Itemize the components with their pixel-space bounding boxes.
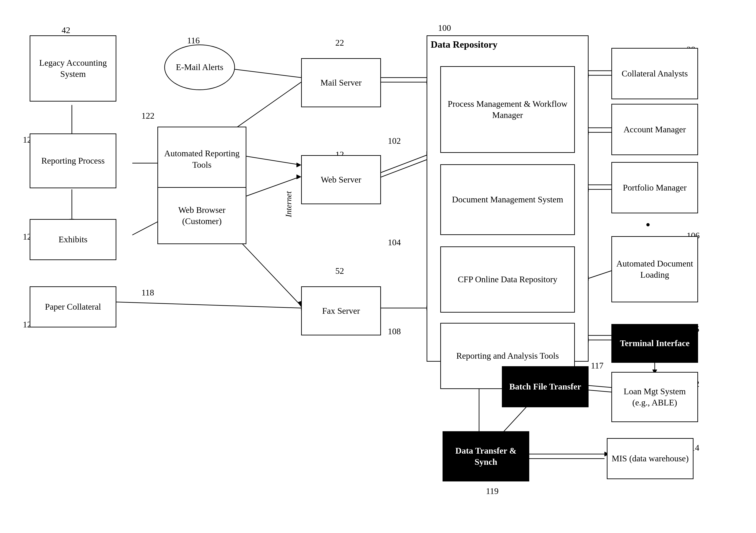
svg-line-8: [91, 301, 301, 308]
mis-box: MIS (data warehouse): [607, 438, 693, 479]
exhibits-box: Exhibits: [30, 219, 116, 260]
collateral-analysts-box: Collateral Analysts: [611, 48, 698, 99]
portfolio-manager-label: Portfolio Manager: [623, 182, 687, 193]
batch-file-transfer-box: Batch File Transfer: [502, 366, 588, 407]
label-42: 42: [62, 25, 70, 35]
cfp-online-label: CFP Online Data Repository: [458, 274, 557, 285]
email-alerts-box: E-Mail Alerts: [164, 44, 235, 90]
svg-line-22: [379, 155, 427, 173]
portfolio-manager-box: Portfolio Manager: [611, 162, 698, 213]
label-102: 102: [388, 136, 401, 146]
cfp-online-box: CFP Online Data Repository: [440, 246, 575, 313]
label-104: 104: [388, 237, 401, 247]
legacy-accounting-box: Legacy Accounting System: [30, 35, 116, 101]
svg-line-68: [502, 404, 529, 434]
email-alerts-label: E-Mail Alerts: [176, 62, 223, 73]
document-mgmt-label: Document Management System: [452, 194, 563, 205]
automated-doc-loading-label: Automated Document Loading: [614, 258, 695, 281]
label-100: 100: [438, 23, 451, 33]
paper-collateral-label: Paper Collateral: [45, 301, 101, 312]
reporting-analysis-label: Reporting and Analysis Tools: [456, 350, 559, 361]
automated-reporting-box: Automated Reporting Tools: [157, 126, 246, 192]
fax-server-box: Fax Server: [301, 286, 381, 335]
label-122: 122: [142, 111, 154, 121]
account-manager-label: Account Manager: [623, 124, 686, 135]
label-22: 22: [335, 38, 344, 48]
loan-mgt-label: Loan Mgt System (e.g., ABLE): [614, 386, 695, 408]
mail-server-label: Mail Server: [320, 77, 362, 88]
diagram: 42 116 22 100 28 26 120 122 102 12 30 12…: [0, 0, 756, 533]
document-mgmt-box: Document Management System: [440, 164, 575, 235]
web-server-box: Web Server: [301, 155, 381, 204]
collateral-analysts-label: Collateral Analysts: [622, 68, 688, 79]
process-mgmt-label: Process Management & Workflow Manager: [443, 98, 572, 121]
svg-marker-11: [297, 163, 301, 167]
automated-reporting-label: Automated Reporting Tools: [160, 148, 243, 170]
mis-label: MIS (data warehouse): [611, 453, 689, 464]
svg-marker-17: [298, 301, 301, 307]
fax-server-label: Fax Server: [322, 305, 360, 317]
account-manager-box: Account Manager: [611, 104, 698, 155]
process-mgmt-box: Process Management & Workflow Manager: [440, 66, 575, 153]
data-transfer-box: Data Transfer & Synch: [443, 431, 529, 481]
label-108: 108: [388, 326, 401, 336]
data-repository-title: Data Repository: [431, 38, 498, 51]
label-117: 117: [591, 360, 604, 371]
label-116: 116: [187, 35, 200, 45]
svg-marker-15: [297, 175, 301, 179]
paper-collateral-box: Paper Collateral: [30, 286, 116, 327]
internet-label: Internet: [284, 191, 293, 217]
data-transfer-label: Data Transfer & Synch: [446, 445, 526, 468]
reporting-process-label: Reporting Process: [41, 155, 105, 166]
internet-label-container: Internet: [282, 130, 295, 278]
loan-mgt-box: Loan Mgt System (e.g., ABLE): [611, 372, 698, 422]
exhibits-label: Exhibits: [59, 234, 88, 245]
web-browser-label: Web Browser (Customer): [160, 205, 243, 227]
terminal-interface-box: Terminal Interface: [611, 324, 698, 363]
label-118: 118: [142, 288, 154, 297]
label-52: 52: [335, 266, 344, 276]
web-server-label: Web Server: [321, 174, 361, 185]
automated-doc-loading-box: Automated Document Loading: [611, 236, 698, 302]
web-browser-box: Web Browser (Customer): [157, 187, 246, 244]
label-119: 119: [486, 486, 499, 496]
terminal-interface-label: Terminal Interface: [620, 338, 689, 349]
batch-file-transfer-label: Batch File Transfer: [509, 381, 581, 392]
legacy-accounting-label: Legacy Accounting System: [33, 57, 113, 80]
reporting-process-box: Reporting Process: [30, 133, 116, 188]
svg-line-24: [379, 160, 427, 178]
mail-server-box: Mail Server: [301, 58, 381, 107]
